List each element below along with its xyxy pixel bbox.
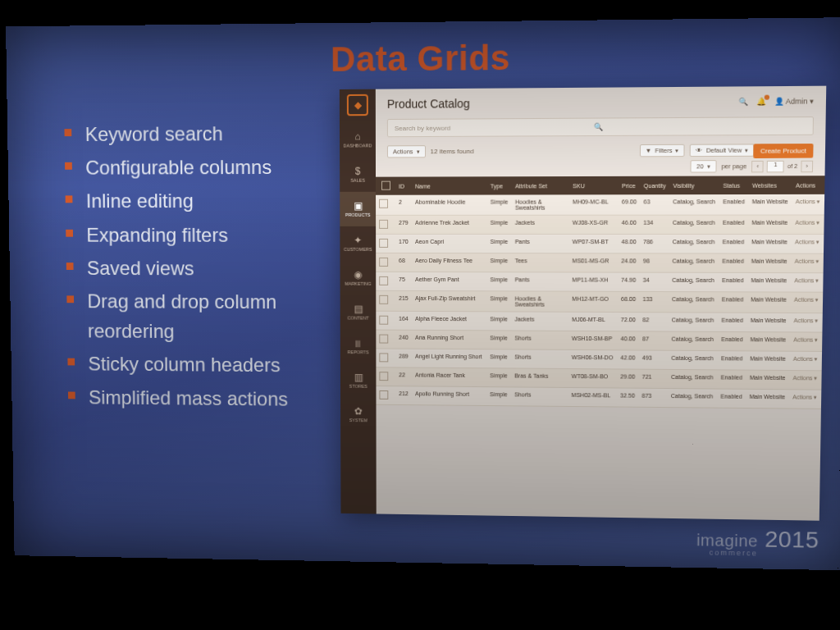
column-header[interactable]: Status <box>719 176 749 194</box>
cell-name[interactable]: Aeon Capri <box>412 234 487 253</box>
table-row[interactable]: 215Ajax Full-Zip SweatshirtSimpleHoodies… <box>376 290 823 313</box>
nav-icon: ⫼ <box>354 338 363 348</box>
cell-name[interactable]: Abominable Hoodie <box>412 195 487 216</box>
row-actions-dropdown[interactable]: Actions <box>794 297 819 303</box>
cell-price: 40.00 <box>618 331 640 350</box>
column-header[interactable]: Attribute Set <box>512 176 569 194</box>
row-checkbox[interactable] <box>379 353 388 362</box>
keyword-search-input[interactable]: Search by keyword 🔍 <box>387 116 814 137</box>
mass-actions-dropdown[interactable]: Actions <box>387 145 426 158</box>
row-actions-dropdown[interactable]: Actions <box>795 220 819 226</box>
row-actions-dropdown[interactable]: Actions <box>793 356 818 362</box>
table-row[interactable]: 279Adrienne Trek JacketSimpleJacketsWJ08… <box>376 215 824 235</box>
nav-item-marketing[interactable]: ◉MARKETING <box>340 261 377 295</box>
column-header[interactable]: ID <box>395 177 412 195</box>
row-actions-dropdown[interactable]: Actions <box>793 375 818 381</box>
create-product-button[interactable]: Create Product <box>753 144 813 158</box>
user-menu[interactable]: 👤 Admin ▾ <box>774 97 814 106</box>
nav-item-products[interactable]: ▣PRODUCTS <box>340 192 376 226</box>
table-row[interactable]: 2Abominable HoodieSimpleHoodies & Sweats… <box>376 194 824 216</box>
default-view-dropdown[interactable]: 👁 Default View <box>690 144 755 157</box>
cell-type: Simple <box>486 368 511 387</box>
next-page-button[interactable]: › <box>801 160 813 171</box>
cell-type: Simple <box>486 331 511 349</box>
column-header[interactable]: Type <box>487 176 512 194</box>
cell-visibility: Catalog, Search <box>669 215 719 234</box>
cell-price: 74.90 <box>618 272 640 291</box>
cell-visibility: Catalog, Search <box>668 350 718 370</box>
cell-name[interactable]: Ana Running Short <box>412 330 486 349</box>
column-header[interactable]: Quantity <box>641 176 670 195</box>
cell-name[interactable]: Aether Gym Pant <box>412 272 486 290</box>
cell-name[interactable]: Aero Daily Fitness Tee <box>412 253 486 272</box>
cell-sku: WP07-SM-BT <box>569 234 619 253</box>
column-header[interactable]: Websites <box>749 176 792 194</box>
row-checkbox[interactable] <box>379 372 388 381</box>
nav-item-system[interactable]: ✿SYSTEM <box>340 397 376 431</box>
column-header[interactable]: Name <box>412 176 487 194</box>
row-checkbox[interactable] <box>379 258 388 267</box>
search-submit-icon[interactable]: 🔍 <box>593 123 602 131</box>
nav-label: REPORTS <box>348 349 369 354</box>
cell-name[interactable]: Ajax Full-Zip Sweatshirt <box>412 290 486 311</box>
search-icon[interactable]: 🔍 <box>738 98 748 106</box>
row-checkbox[interactable] <box>379 239 388 248</box>
cell-website: Main Website <box>748 194 792 215</box>
table-row[interactable]: 164Alpha Fleece JacketSimpleJacketsMJ06-… <box>376 311 823 332</box>
row-checkbox[interactable] <box>379 335 388 344</box>
nav-icon: $ <box>355 167 361 176</box>
nav-item-sales[interactable]: $SALES <box>340 158 376 192</box>
row-actions-dropdown[interactable]: Actions <box>794 317 819 323</box>
row-checkbox[interactable] <box>379 220 388 229</box>
row-checkbox[interactable] <box>379 199 388 208</box>
row-actions-dropdown[interactable]: Actions <box>794 277 819 283</box>
row-checkbox[interactable] <box>379 295 388 304</box>
row-checkbox[interactable] <box>379 276 388 285</box>
column-header[interactable]: Price <box>619 176 641 194</box>
cell-sku: WT08-SM-BO <box>568 368 618 388</box>
nav-item-content[interactable]: ▤CONTENT <box>340 295 377 330</box>
items-found-label: 12 items found <box>431 148 474 155</box>
table-row[interactable]: 170Aeon CapriSimplePantsWP07-SM-BT48.007… <box>376 234 824 253</box>
cell-name[interactable]: Antonia Racer Tank <box>412 368 486 387</box>
cell-qty: 87 <box>639 331 669 350</box>
bell-icon[interactable]: 🔔 <box>756 98 766 106</box>
table-row[interactable]: 212Apollo Running ShortSimpleShortsMSH02… <box>376 386 821 409</box>
row-actions-dropdown[interactable]: Actions <box>795 258 819 264</box>
page-input[interactable]: 1 <box>767 160 784 171</box>
nav-item-reports[interactable]: ⫼REPORTS <box>340 329 377 363</box>
column-header[interactable]: SKU <box>569 176 619 194</box>
cell-type: Simple <box>486 291 511 312</box>
row-checkbox[interactable] <box>379 316 388 325</box>
column-header[interactable] <box>376 177 395 195</box>
row-actions-dropdown[interactable]: Actions <box>796 199 820 204</box>
cell-id: 289 <box>395 349 412 368</box>
table-row[interactable]: 68Aero Daily Fitness TeeSimpleTeesMS01-M… <box>376 253 824 272</box>
row-actions-dropdown[interactable]: Actions <box>792 394 817 399</box>
cell-name[interactable]: Apollo Running Short <box>412 386 486 406</box>
cell-attrset: Jackets <box>512 215 569 234</box>
nav-item-dashboard[interactable]: ⌂DASHBOARD <box>340 122 376 158</box>
pager: ‹ 1 of 2 › <box>751 160 813 172</box>
table-row[interactable]: 75Aether Gym PantSimplePantsMP11-MS-XH74… <box>376 272 823 292</box>
column-header[interactable]: Visibility <box>669 176 719 195</box>
row-checkbox[interactable] <box>379 390 388 399</box>
cell-name[interactable]: Alpha Fleece Jacket <box>412 311 486 330</box>
filters-button[interactable]: ▼ Filters <box>639 144 685 158</box>
cell-name[interactable]: Adrienne Trek Jacket <box>412 215 487 234</box>
bullet-item: Simplified mass actions <box>65 381 352 414</box>
row-actions-dropdown[interactable]: Actions <box>793 336 818 342</box>
cell-type: Simple <box>487 215 512 234</box>
cell-id: 215 <box>395 290 412 311</box>
cell-name[interactable]: Angel Light Running Short <box>412 349 486 368</box>
prev-page-button[interactable]: ‹ <box>751 160 764 171</box>
select-all-checkbox[interactable] <box>381 181 390 190</box>
nav-item-customers[interactable]: ✦CUSTOMERS <box>340 226 376 261</box>
column-header[interactable]: Actions <box>792 176 825 194</box>
cell-price: 42.00 <box>617 350 639 369</box>
slide: Data Grids Keyword searchConfigurable co… <box>6 17 840 570</box>
per-page-dropdown[interactable]: 20 <box>691 160 717 172</box>
nav-item-stores[interactable]: ▥STORES <box>340 363 377 398</box>
cell-status: Enabled <box>719 272 748 291</box>
row-actions-dropdown[interactable]: Actions <box>795 239 819 244</box>
